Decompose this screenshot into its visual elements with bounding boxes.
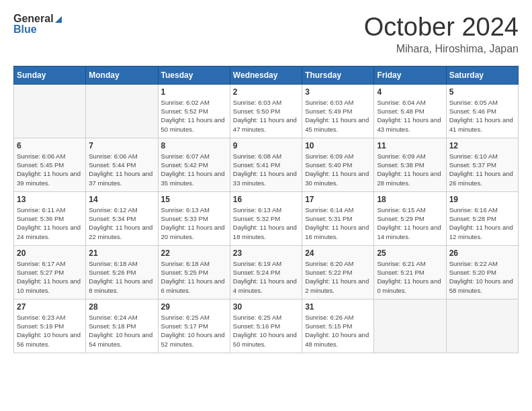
day-number: 25 bbox=[377, 248, 443, 258]
header-day-sunday: Sunday bbox=[14, 66, 86, 84]
day-number: 14 bbox=[89, 195, 154, 204]
calendar-table: SundayMondayTuesdayWednesdayThursdayFrid… bbox=[13, 66, 519, 353]
month-title: October 2024 bbox=[364, 13, 519, 42]
day-number: 15 bbox=[161, 195, 227, 204]
day-number: 19 bbox=[449, 195, 515, 204]
day-number: 7 bbox=[89, 141, 154, 150]
day-info: Sunrise: 6:06 AM Sunset: 5:45 PM Dayligh… bbox=[17, 152, 83, 187]
day-number: 20 bbox=[17, 248, 83, 258]
day-info: Sunrise: 6:05 AM Sunset: 5:46 PM Dayligh… bbox=[449, 98, 515, 134]
day-number: 23 bbox=[233, 248, 299, 258]
calendar-header: SundayMondayTuesdayWednesdayThursdayFrid… bbox=[14, 66, 519, 84]
day-number: 10 bbox=[305, 141, 371, 150]
day-number: 29 bbox=[161, 302, 227, 312]
day-info: Sunrise: 6:18 AM Sunset: 5:26 PM Dayligh… bbox=[89, 259, 154, 295]
day-info: Sunrise: 6:21 AM Sunset: 5:21 PM Dayligh… bbox=[377, 259, 443, 295]
calendar-body: 1Sunrise: 6:02 AM Sunset: 5:52 PM Daylig… bbox=[14, 84, 519, 353]
calendar-cell: 14Sunrise: 6:12 AM Sunset: 5:34 PM Dayli… bbox=[86, 191, 158, 245]
day-info: Sunrise: 6:13 AM Sunset: 5:32 PM Dayligh… bbox=[233, 205, 299, 241]
calendar-cell bbox=[86, 84, 158, 138]
day-number: 13 bbox=[17, 195, 83, 204]
day-info: Sunrise: 6:15 AM Sunset: 5:29 PM Dayligh… bbox=[377, 205, 443, 241]
day-info: Sunrise: 6:24 AM Sunset: 5:18 PM Dayligh… bbox=[89, 313, 154, 349]
logo-wrapper: General Blue bbox=[13, 13, 62, 35]
calendar-week-4: 20Sunrise: 6:17 AM Sunset: 5:27 PM Dayli… bbox=[14, 245, 519, 299]
calendar-cell: 16Sunrise: 6:13 AM Sunset: 5:32 PM Dayli… bbox=[230, 191, 302, 245]
calendar-cell: 23Sunrise: 6:19 AM Sunset: 5:24 PM Dayli… bbox=[230, 245, 302, 299]
day-info: Sunrise: 6:09 AM Sunset: 5:40 PM Dayligh… bbox=[305, 152, 371, 187]
day-number: 6 bbox=[17, 141, 83, 150]
calendar-cell bbox=[374, 299, 446, 353]
calendar-cell: 11Sunrise: 6:09 AM Sunset: 5:38 PM Dayli… bbox=[374, 138, 446, 191]
calendar-cell: 7Sunrise: 6:06 AM Sunset: 5:44 PM Daylig… bbox=[86, 138, 158, 191]
logo-blue: Blue bbox=[13, 24, 37, 35]
calendar-cell: 15Sunrise: 6:13 AM Sunset: 5:33 PM Dayli… bbox=[158, 191, 230, 245]
logo-text: General Blue bbox=[13, 13, 62, 35]
day-info: Sunrise: 6:02 AM Sunset: 5:52 PM Dayligh… bbox=[161, 98, 227, 134]
calendar-cell: 24Sunrise: 6:20 AM Sunset: 5:22 PM Dayli… bbox=[302, 245, 374, 299]
header-day-tuesday: Tuesday bbox=[158, 66, 230, 84]
day-number: 31 bbox=[305, 302, 371, 312]
day-number: 12 bbox=[449, 141, 515, 150]
calendar-cell: 25Sunrise: 6:21 AM Sunset: 5:21 PM Dayli… bbox=[374, 245, 446, 299]
day-info: Sunrise: 6:13 AM Sunset: 5:33 PM Dayligh… bbox=[161, 205, 227, 241]
calendar-cell: 9Sunrise: 6:08 AM Sunset: 5:41 PM Daylig… bbox=[230, 138, 302, 191]
day-number: 16 bbox=[233, 195, 299, 204]
calendar-week-3: 13Sunrise: 6:11 AM Sunset: 5:36 PM Dayli… bbox=[14, 191, 519, 245]
calendar-cell: 2Sunrise: 6:03 AM Sunset: 5:50 PM Daylig… bbox=[230, 84, 302, 138]
calendar-cell: 26Sunrise: 6:22 AM Sunset: 5:20 PM Dayli… bbox=[446, 245, 518, 299]
day-info: Sunrise: 6:26 AM Sunset: 5:15 PM Dayligh… bbox=[305, 313, 371, 349]
day-info: Sunrise: 6:17 AM Sunset: 5:27 PM Dayligh… bbox=[17, 259, 83, 295]
page-header: General Blue October 2024 Mihara, Hirosh… bbox=[13, 13, 519, 55]
calendar-cell: 18Sunrise: 6:15 AM Sunset: 5:29 PM Dayli… bbox=[374, 191, 446, 245]
day-info: Sunrise: 6:23 AM Sunset: 5:19 PM Dayligh… bbox=[17, 313, 83, 349]
header-day-thursday: Thursday bbox=[302, 66, 374, 84]
title-area: October 2024 Mihara, Hiroshima, Japan bbox=[364, 13, 519, 55]
day-number: 30 bbox=[233, 302, 299, 312]
day-info: Sunrise: 6:07 AM Sunset: 5:42 PM Dayligh… bbox=[161, 152, 227, 187]
day-number: 26 bbox=[449, 248, 515, 258]
calendar-cell: 4Sunrise: 6:04 AM Sunset: 5:48 PM Daylig… bbox=[374, 84, 446, 138]
day-number: 11 bbox=[377, 141, 443, 150]
day-info: Sunrise: 6:08 AM Sunset: 5:41 PM Dayligh… bbox=[233, 152, 299, 187]
header-day-saturday: Saturday bbox=[446, 66, 518, 84]
calendar-cell: 13Sunrise: 6:11 AM Sunset: 5:36 PM Dayli… bbox=[14, 191, 86, 245]
day-info: Sunrise: 6:03 AM Sunset: 5:50 PM Dayligh… bbox=[233, 98, 299, 134]
calendar-cell bbox=[14, 84, 86, 138]
location-title: Mihara, Hiroshima, Japan bbox=[364, 43, 519, 55]
day-number: 8 bbox=[161, 141, 227, 150]
calendar-week-5: 27Sunrise: 6:23 AM Sunset: 5:19 PM Dayli… bbox=[14, 299, 519, 353]
day-number: 2 bbox=[233, 87, 299, 97]
day-number: 22 bbox=[161, 248, 227, 258]
logo-general: General bbox=[13, 13, 54, 24]
calendar-cell: 22Sunrise: 6:18 AM Sunset: 5:25 PM Dayli… bbox=[158, 245, 230, 299]
day-number: 4 bbox=[377, 87, 443, 97]
header-day-friday: Friday bbox=[374, 66, 446, 84]
calendar-cell: 10Sunrise: 6:09 AM Sunset: 5:40 PM Dayli… bbox=[302, 138, 374, 191]
day-number: 21 bbox=[89, 248, 154, 258]
calendar-cell: 17Sunrise: 6:14 AM Sunset: 5:31 PM Dayli… bbox=[302, 191, 374, 245]
day-info: Sunrise: 6:06 AM Sunset: 5:44 PM Dayligh… bbox=[89, 152, 154, 187]
calendar-cell: 19Sunrise: 6:16 AM Sunset: 5:28 PM Dayli… bbox=[446, 191, 518, 245]
calendar-cell: 20Sunrise: 6:17 AM Sunset: 5:27 PM Dayli… bbox=[14, 245, 86, 299]
day-info: Sunrise: 6:10 AM Sunset: 5:37 PM Dayligh… bbox=[449, 152, 515, 187]
day-number: 9 bbox=[233, 141, 299, 150]
calendar-cell: 29Sunrise: 6:25 AM Sunset: 5:17 PM Dayli… bbox=[158, 299, 230, 353]
calendar-week-1: 1Sunrise: 6:02 AM Sunset: 5:52 PM Daylig… bbox=[14, 84, 519, 138]
day-number: 18 bbox=[377, 195, 443, 204]
calendar-cell: 21Sunrise: 6:18 AM Sunset: 5:26 PM Dayli… bbox=[86, 245, 158, 299]
calendar-cell: 8Sunrise: 6:07 AM Sunset: 5:42 PM Daylig… bbox=[158, 138, 230, 191]
calendar-cell: 6Sunrise: 6:06 AM Sunset: 5:45 PM Daylig… bbox=[14, 138, 86, 191]
day-info: Sunrise: 6:14 AM Sunset: 5:31 PM Dayligh… bbox=[305, 205, 371, 241]
day-info: Sunrise: 6:25 AM Sunset: 5:17 PM Dayligh… bbox=[161, 313, 227, 349]
calendar-cell: 28Sunrise: 6:24 AM Sunset: 5:18 PM Dayli… bbox=[86, 299, 158, 353]
day-info: Sunrise: 6:16 AM Sunset: 5:28 PM Dayligh… bbox=[449, 205, 515, 241]
day-info: Sunrise: 6:11 AM Sunset: 5:36 PM Dayligh… bbox=[17, 205, 83, 241]
calendar-cell bbox=[446, 299, 518, 353]
day-info: Sunrise: 6:09 AM Sunset: 5:38 PM Dayligh… bbox=[377, 152, 443, 187]
day-number: 24 bbox=[305, 248, 371, 258]
header-day-wednesday: Wednesday bbox=[230, 66, 302, 84]
day-number: 27 bbox=[17, 302, 83, 312]
day-info: Sunrise: 6:12 AM Sunset: 5:34 PM Dayligh… bbox=[89, 205, 154, 241]
logo-bird-icon bbox=[55, 16, 62, 23]
